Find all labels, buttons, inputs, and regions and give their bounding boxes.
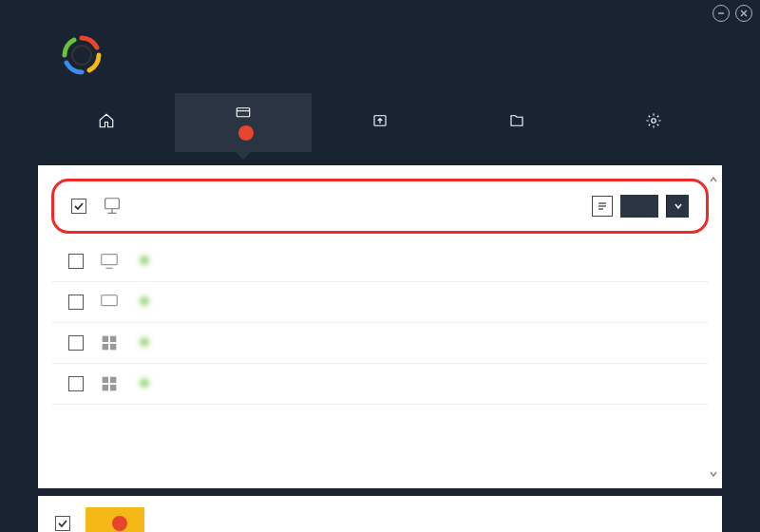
nav-driver-updates[interactable] xyxy=(175,93,312,152)
status-dot-icon xyxy=(141,297,148,305)
download-install-button[interactable] xyxy=(86,507,144,532)
windows-device-icon xyxy=(99,332,120,353)
svg-rect-23 xyxy=(103,385,108,390)
status-dot-icon xyxy=(141,256,148,264)
home-icon xyxy=(97,112,116,129)
status-dot-icon xyxy=(141,338,148,346)
scroll-up-icon[interactable] xyxy=(709,175,718,184)
svg-rect-22 xyxy=(110,377,116,383)
nav-backup[interactable] xyxy=(312,93,448,152)
svg-point-7 xyxy=(652,119,656,124)
network-device-icon xyxy=(102,196,123,217)
svg-point-3 xyxy=(72,46,91,65)
driver-row xyxy=(51,364,709,405)
download-badge xyxy=(112,516,127,531)
driver-row-highlighted xyxy=(51,179,709,234)
nav-settings[interactable] xyxy=(585,93,722,152)
checkbox[interactable] xyxy=(68,376,84,391)
checkbox[interactable] xyxy=(68,335,84,351)
bottom-bar xyxy=(38,496,722,532)
nav-home[interactable] xyxy=(38,93,175,152)
scrollbar[interactable] xyxy=(707,175,720,479)
nav-restore[interactable] xyxy=(448,93,585,152)
update-dropdown[interactable] xyxy=(666,195,689,218)
svg-rect-21 xyxy=(103,377,108,383)
svg-rect-14 xyxy=(102,255,118,265)
svg-rect-18 xyxy=(110,336,116,342)
driver-row xyxy=(51,282,709,323)
audio-device-icon xyxy=(99,292,120,313)
svg-rect-20 xyxy=(110,344,116,350)
svg-rect-19 xyxy=(103,344,108,350)
status-dot-icon xyxy=(141,379,148,387)
scroll-down-icon[interactable] xyxy=(709,469,718,479)
app-logo xyxy=(61,34,103,76)
svg-rect-8 xyxy=(105,199,120,209)
checkbox[interactable] xyxy=(68,254,84,269)
backup-icon xyxy=(370,112,390,129)
info-button[interactable] xyxy=(592,196,613,217)
svg-rect-16 xyxy=(102,295,118,306)
settings-icon xyxy=(644,112,663,129)
svg-rect-17 xyxy=(103,336,108,342)
close-button[interactable] xyxy=(735,5,752,22)
driver-row xyxy=(51,323,709,364)
svg-rect-4 xyxy=(237,108,250,117)
restore-icon xyxy=(507,112,526,129)
driver-row xyxy=(51,241,709,282)
update-button[interactable] xyxy=(620,195,658,218)
display-device-icon xyxy=(99,251,120,272)
checkbox[interactable] xyxy=(68,294,84,310)
windows-device-icon xyxy=(99,373,120,394)
updates-badge xyxy=(238,125,254,141)
updates-icon xyxy=(234,104,253,122)
driver-list-panel xyxy=(38,165,722,488)
select-all-checkbox[interactable] xyxy=(55,516,70,531)
svg-rect-24 xyxy=(110,385,116,390)
minimize-button[interactable] xyxy=(712,5,730,22)
checkbox[interactable] xyxy=(71,199,86,214)
